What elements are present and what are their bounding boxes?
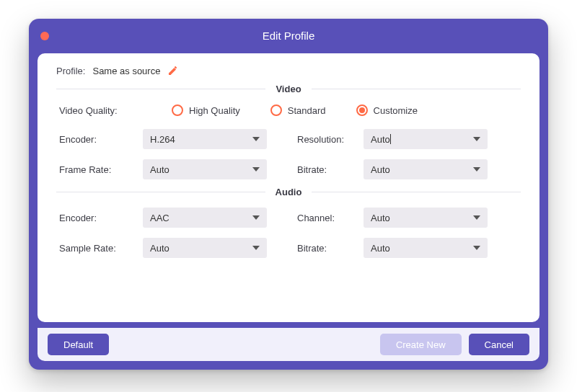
create-new-button[interactable]: Create New	[380, 334, 462, 355]
audio-channel-select[interactable]: Auto	[364, 208, 488, 228]
radio-icon	[270, 104, 282, 116]
profile-name: Same as source	[92, 66, 160, 76]
edit-profile-window: Edit Profile Profile: Same as source Vid…	[29, 19, 548, 370]
video-resolution-select[interactable]: Auto	[364, 129, 488, 149]
video-section-label: Video	[265, 84, 311, 94]
chevron-down-icon	[252, 167, 260, 172]
profile-label: Profile:	[56, 66, 85, 76]
cancel-button[interactable]: Cancel	[469, 334, 529, 355]
chevron-down-icon	[252, 137, 260, 141]
chevron-down-icon	[473, 167, 480, 172]
radio-customize[interactable]: Customize	[356, 104, 418, 116]
audio-encoder-select[interactable]: AAC	[143, 208, 267, 228]
audio-channel-label: Channel:	[297, 213, 364, 223]
titlebar: Edit Profile	[29, 19, 548, 53]
content-panel: Profile: Same as source Video Video Qual…	[38, 53, 539, 322]
chevron-down-icon	[252, 246, 260, 250]
audio-encoder-label: Encoder:	[56, 213, 143, 223]
footer: Default Create New Cancel	[38, 328, 539, 361]
audio-bitrate-select[interactable]: Auto	[364, 238, 488, 258]
video-quality-row: Video Quality: High Quality Standard Cus…	[56, 104, 521, 116]
radio-standard[interactable]: Standard	[270, 104, 326, 116]
chevron-down-icon	[252, 215, 260, 220]
close-icon[interactable]	[40, 32, 49, 40]
select-value: Auto	[371, 134, 390, 145]
video-bitrate-label: Bitrate:	[297, 164, 364, 175]
audio-section-header: Audio	[56, 187, 521, 197]
video-framerate-select[interactable]: Auto	[143, 159, 267, 179]
video-encoder-label: Encoder:	[56, 134, 143, 145]
edit-icon[interactable]	[167, 65, 179, 76]
select-value: Auto	[371, 243, 390, 254]
video-section-header: Video	[56, 84, 521, 94]
radio-label: Customize	[374, 105, 418, 116]
video-resolution-label: Resolution:	[297, 134, 364, 145]
audio-samplerate-label: Sample Rate:	[56, 243, 143, 254]
audio-samplerate-select[interactable]: Auto	[143, 238, 267, 258]
select-value: Auto	[150, 164, 169, 175]
radio-label: High Quality	[189, 105, 240, 116]
audio-section-label: Audio	[265, 187, 312, 197]
default-button[interactable]: Default	[48, 334, 109, 355]
select-value: Auto	[371, 164, 390, 175]
radio-high-quality[interactable]: High Quality	[172, 104, 240, 116]
text-cursor	[390, 134, 391, 144]
select-value: H.264	[150, 134, 175, 145]
window-title: Edit Profile	[263, 30, 315, 42]
select-value: AAC	[150, 213, 169, 223]
radio-icon	[172, 104, 183, 116]
radio-label: Standard	[288, 105, 326, 116]
chevron-down-icon	[473, 246, 480, 250]
select-value: Auto	[371, 213, 390, 223]
video-encoder-select[interactable]: H.264	[143, 129, 267, 149]
chevron-down-icon	[473, 137, 480, 141]
video-bitrate-select[interactable]: Auto	[364, 159, 488, 179]
profile-row: Profile: Same as source	[56, 65, 521, 76]
chevron-down-icon	[473, 215, 480, 220]
svg-rect-1	[169, 74, 171, 75]
radio-icon	[356, 104, 368, 116]
video-framerate-label: Frame Rate:	[56, 164, 143, 175]
select-value: Auto	[150, 243, 169, 254]
video-quality-label: Video Quality:	[56, 105, 143, 116]
audio-bitrate-label: Bitrate:	[297, 243, 364, 254]
